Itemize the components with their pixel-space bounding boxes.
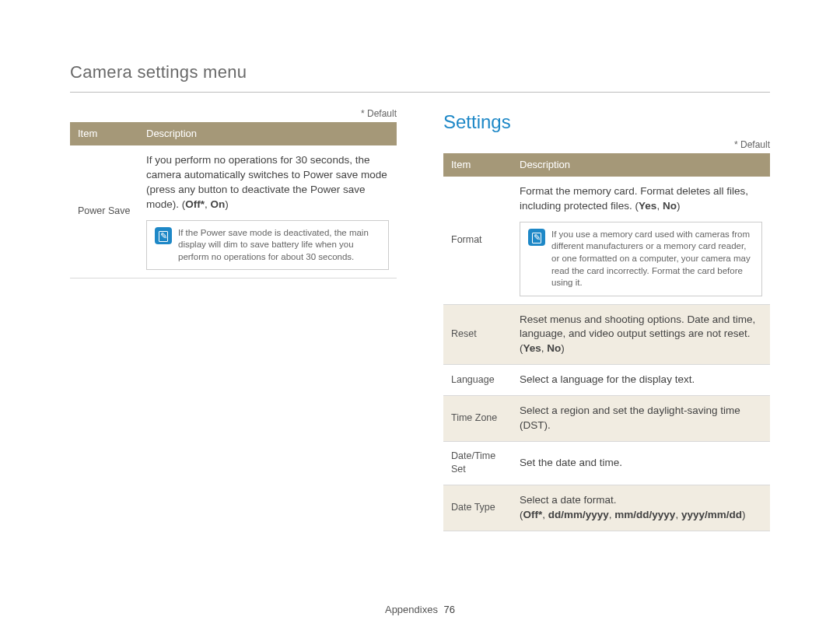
note-icon — [528, 229, 545, 246]
table-row: Language Select a language for the displ… — [443, 365, 770, 396]
row-description: Select a language for the display text. — [512, 365, 770, 396]
table-row: Date Type Select a date format.(Off*, dd… — [443, 485, 770, 531]
row-description: Select a date format.(Off*, dd/mm/yyyy, … — [512, 485, 770, 531]
footer-label: Appendixes — [385, 604, 438, 615]
default-note-right: * Default — [443, 139, 770, 150]
desc-pre: If you perform no operations for 30 seco… — [146, 154, 387, 210]
note-box: If the Power save mode is deactivated, t… — [146, 220, 389, 271]
table-row: Date/Time Set Set the date and time. — [443, 441, 770, 485]
left-column: * Default Item Description Power Save If… — [70, 108, 397, 531]
desc-pre: Format the memory card. Format deletes a… — [520, 185, 748, 212]
footer-page-number: 76 — [444, 604, 455, 615]
desc-opts: Yes, No — [639, 200, 677, 212]
th-description: Description — [512, 153, 770, 177]
page-content: Camera settings menu * Default Item Desc… — [70, 62, 770, 531]
left-table: Item Description Power Save If you perfo… — [70, 122, 397, 278]
note-icon — [155, 227, 172, 244]
th-item: Item — [70, 122, 138, 145]
row-item: Language — [443, 365, 512, 396]
row-item: Date/Time Set — [443, 441, 512, 485]
table-row: Format Format the memory card. Format de… — [443, 177, 770, 304]
desc-post: ) — [225, 198, 229, 210]
desc-post: ) — [742, 509, 746, 520]
row-item: Power Save — [70, 145, 138, 278]
table-row: Power Save If you perform no operations … — [70, 145, 397, 278]
desc-post: ) — [561, 342, 565, 354]
row-item: Time Zone — [443, 396, 512, 442]
desc-opts: Off*, On — [185, 198, 225, 210]
row-description: Select a region and set the daylight-sav… — [512, 396, 770, 442]
right-column: Settings * Default Item Description Form… — [443, 108, 770, 531]
page-footer: Appendixes 76 — [0, 604, 840, 615]
note-text: If you use a memory card used with camer… — [551, 229, 754, 289]
th-item: Item — [443, 153, 512, 177]
row-item: Date Type — [443, 485, 512, 531]
note-box: If you use a memory card used with camer… — [520, 222, 762, 296]
row-description: If you perform no operations for 30 seco… — [138, 145, 397, 278]
desc-post: ) — [677, 200, 681, 212]
th-description: Description — [138, 122, 397, 145]
row-item: Reset — [443, 304, 512, 365]
desc-opts: Off*, dd/mm/yyyy, mm/dd/yyyy, yyyy/mm/dd — [523, 509, 742, 520]
page-title: Camera settings menu — [70, 62, 770, 93]
right-table: Item Description Format Format the memor… — [443, 153, 770, 531]
row-item: Format — [443, 177, 512, 304]
row-description: Reset menus and shooting options. Date a… — [512, 304, 770, 365]
settings-heading: Settings — [443, 108, 770, 133]
table-row: Time Zone Select a region and set the da… — [443, 396, 770, 442]
row-description: Set the date and time. — [512, 441, 770, 485]
columns: * Default Item Description Power Save If… — [70, 108, 770, 531]
note-text: If the Power save mode is deactivated, t… — [178, 227, 380, 264]
default-note-left: * Default — [70, 108, 397, 119]
row-description: Format the memory card. Format deletes a… — [512, 177, 770, 304]
table-row: Reset Reset menus and shooting options. … — [443, 304, 770, 365]
desc-opts: Yes, No — [523, 342, 562, 354]
